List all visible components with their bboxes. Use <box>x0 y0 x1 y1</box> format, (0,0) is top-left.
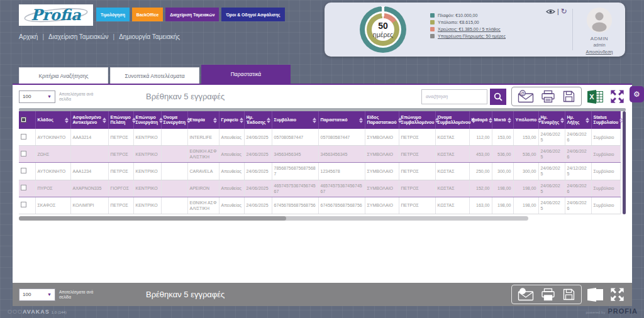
table-cell: Συμβόλαιο <box>591 163 620 180</box>
row-checkbox[interactable] <box>21 185 26 190</box>
expand-icon[interactable] <box>609 286 626 303</box>
export-icon-group: @ <box>511 87 582 106</box>
breadcrumb-link-1[interactable]: Αρχική <box>19 33 38 40</box>
table-cell: 24/06/2025 <box>244 146 272 163</box>
profia-logo[interactable]: Profia <box>19 4 93 26</box>
avatar[interactable] <box>587 8 612 33</box>
stats-panel: 50 ημέρες Πλαφόν: €10.000,00Υπόλοιπο: €8… <box>325 3 625 57</box>
sort-icon[interactable] <box>267 118 270 123</box>
table-cell: 536,00 <box>492 146 513 163</box>
page-size-label-bottom: Αποτελέσματα ανά σελίδα <box>59 290 103 300</box>
nav-button-4[interactable]: Όροι & Οδηγοί Ασφάλισης <box>221 8 284 21</box>
payment-donut-chart: 50 ημέρες <box>360 6 406 53</box>
column-header-2[interactable]: Ασφαλισμένο Αντικείμενο <box>70 111 108 129</box>
page-size-select[interactable]: 100 ▼ <box>19 90 55 103</box>
save-icon[interactable] <box>562 288 575 301</box>
email-icon[interactable]: @ <box>518 288 534 301</box>
table-cell: Συμβόλαιο <box>591 197 620 214</box>
sort-icon[interactable] <box>313 118 316 123</box>
row-checkbox[interactable] <box>21 168 26 173</box>
column-header-1[interactable]: Κλάδος <box>35 111 70 129</box>
column-header-6[interactable]: Εταιρία <box>187 111 219 129</box>
column-header-13[interactable]: Όνομα Συμβαλλομένου <box>435 111 469 129</box>
column-header-7[interactable]: Γραφείο <box>219 111 244 129</box>
gear-icon[interactable]: ⚙ <box>630 86 644 102</box>
legend-item-4[interactable]: Υποχρέωση Πληρωμής: 50 ημέρες <box>430 34 506 38</box>
column-header-11[interactable]: Είδος Παραστατικού <box>365 111 399 129</box>
tab-3[interactable]: Παραστατικά <box>201 65 291 84</box>
sort-icon[interactable] <box>359 118 363 123</box>
sort-icon[interactable] <box>159 118 163 123</box>
vertical-scrollbar[interactable] <box>623 111 626 214</box>
save-icon[interactable] <box>562 90 575 103</box>
breadcrumb-link-3[interactable]: Δημιουργία Ταμειακής <box>119 33 180 40</box>
bottom-pagination-bar: 100 ▼ Αποτελέσματα ανά σελίδα Βρέθηκαν 5… <box>13 283 632 306</box>
sort-icon[interactable] <box>489 118 492 123</box>
table-cell: ΓΙΟΡΓΟΣ <box>108 180 133 197</box>
tab-1[interactable]: Κριτήρια Αναζήτησης <box>19 67 108 84</box>
column-header-8[interactable]: Ημ. Έκδοσης <box>244 111 272 129</box>
excel-icon[interactable]: X <box>587 287 604 302</box>
table-row[interactable]: ΑΥΤΟΚΙΝΗΤΟΑΑΑ3214ΠΕΤΡΟΣΚΕΝΤΡΙΚΟINTERLIFE… <box>19 129 620 146</box>
row-checkbox[interactable] <box>21 202 26 207</box>
table-cell: CARAVELA <box>187 163 219 180</box>
column-header-9[interactable]: Συμβόλαιο <box>272 111 318 129</box>
svg-text:X: X <box>589 93 594 101</box>
print-icon[interactable] <box>541 288 555 301</box>
row-checkbox[interactable] <box>21 134 26 140</box>
nav-button-3[interactable]: Διαχείριση Ταμειακών <box>165 8 219 21</box>
table-cell: 24/06/2025 <box>538 197 565 214</box>
nav-button-1[interactable]: Τιμολόγηση <box>96 8 130 21</box>
column-header-12[interactable]: Επώνυμο Συμβαλλομένου <box>399 111 435 129</box>
table-row[interactable]: ΣΚΑΦΟΣΚΟΛΙΜΠΡΙΠΕΤΡΟΣΚΕΝΤΡΙΚΟΕΘΝΙΚΗ ΑΣΦΑΛ… <box>19 197 620 214</box>
expand-icon[interactable] <box>609 88 626 105</box>
table-cell <box>161 163 187 180</box>
column-header-10[interactable]: Παραστατικό <box>318 111 365 129</box>
table-row[interactable]: ΑΥΤΟΚΙΝΗΤΟΑΑΑ1234ΠΕΤΡΟΣΚΕΝΤΡΙΚΟCARAVELAΑ… <box>19 163 620 180</box>
sort-icon[interactable] <box>213 118 217 123</box>
table-row[interactable]: ΠΥΡΟΣΑΧΑΡΝΟΝ335ΓΙΟΡΓΟΣΚΕΝΤΡΙΚΟAPEIRONΑπε… <box>19 180 620 197</box>
search-button[interactable] <box>490 89 506 105</box>
table-cell: 24/06/2025 <box>244 180 272 197</box>
column-header-19[interactable]: Status Συμβολαίου <box>591 111 620 129</box>
column-header-5[interactable]: Όνομα Συνεργάτη <box>161 111 187 129</box>
print-icon[interactable] <box>541 90 555 103</box>
sort-icon[interactable] <box>560 118 564 123</box>
scrollbar-thumb[interactable] <box>19 216 286 221</box>
table-row[interactable]: ΖΩΗΣΠΕΤΡΟΣΚΕΝΤΡΙΚΟΕΘΝΙΚΗ ΑΣΦΑΛΙΣΤΙΚΗΑπευ… <box>19 146 620 163</box>
logout-link[interactable]: Αποσύνδεση <box>586 49 613 55</box>
sort-icon[interactable] <box>240 118 243 123</box>
refresh-icon[interactable]: ↻ <box>561 8 567 15</box>
legend-item-3[interactable]: Χρεώσεις: €1.385,00 / 5 πλήθος <box>430 27 506 31</box>
column-header-15[interactable]: Μικτά <box>492 111 513 129</box>
sort-icon[interactable] <box>508 118 511 123</box>
table-cell: 24/06/2025 <box>538 129 565 146</box>
legend-label[interactable]: Χρεώσεις: €1.385,00 / 5 πλήθος <box>438 27 501 31</box>
table-cell: ΠΕΤΡΟΣ <box>108 129 133 146</box>
legend-label[interactable]: Υποχρέωση Πληρωμής: 50 ημέρες <box>438 34 506 38</box>
sort-icon[interactable] <box>586 118 589 123</box>
page-size-select-bottom[interactable]: 100 ▼ <box>19 288 55 301</box>
horizontal-scrollbar-bottom[interactable] <box>19 216 528 221</box>
column-header-16[interactable]: Υπόλοιπο <box>513 111 538 129</box>
tab-bar: Κριτήρια ΑναζήτησηςΣυνοπτικά Αποτελέσματ… <box>19 65 292 84</box>
sort-icon[interactable] <box>65 118 69 123</box>
row-checkbox[interactable] <box>21 151 26 156</box>
search-input[interactable] <box>421 89 487 104</box>
email-icon[interactable]: @ <box>518 90 534 103</box>
tab-2[interactable]: Συνοπτικά Αποτελέσματα <box>110 67 199 84</box>
column-header-3[interactable]: Επώνυμο Πελάτη <box>108 111 133 129</box>
eye-icon[interactable] <box>546 8 555 15</box>
column-header-17[interactable]: Ημ. Έναρξης <box>538 111 565 129</box>
column-header-18[interactable]: Ημ. Λήξης <box>565 111 591 129</box>
table-cell: ΠΕΤΡΟΣ <box>399 197 435 214</box>
nav-button-2[interactable]: BackOffice <box>132 8 164 21</box>
breadcrumb-link-2[interactable]: Διαχείριση Ταμειακών <box>48 33 109 40</box>
sort-icon[interactable] <box>103 118 106 123</box>
column-header-4[interactable]: Επώνυμο Συνεργάτη <box>133 111 161 129</box>
select-all-checkbox[interactable] <box>21 117 26 123</box>
excel-icon[interactable]: X <box>587 89 604 104</box>
user-role: admin <box>593 43 605 47</box>
column-header-14[interactable]: Καθαρά <box>469 111 492 129</box>
table-cell: ΚΩΣΤΑΣ <box>435 163 469 180</box>
